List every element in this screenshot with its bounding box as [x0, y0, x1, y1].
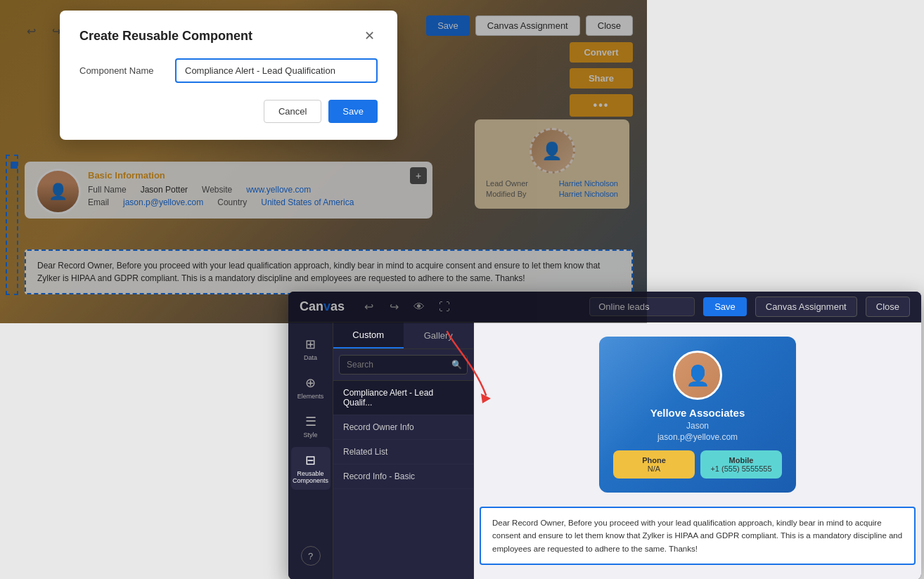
canvas-sidebar: ⊞ Data ⊕ Elements ☰ Style ⊟ Reusable Com… [288, 323, 333, 579]
sidebar-elements-label: Elements [297, 393, 324, 400]
preview-alert-box: Dear Record Owner, Before you proceed wi… [480, 507, 916, 565]
phone-label: Phone [619, 456, 689, 464]
mobile-value: +1 (555) 5555555 [706, 464, 776, 473]
modal-actions: Cancel Save [79, 100, 378, 123]
component-name-field: Component Name [79, 58, 378, 83]
panel-item-record-owner[interactable]: Record Owner Info [333, 415, 473, 440]
modal-cancel-button[interactable]: Cancel [264, 100, 321, 123]
preview-person-name: Jason [613, 421, 782, 431]
tab-custom[interactable]: Custom [333, 323, 404, 349]
panel-item-compliance[interactable]: Compliance Alert - Lead Qualif... [333, 381, 473, 415]
canvas-close-button[interactable]: Close [866, 297, 910, 317]
panel-items-list: Compliance Alert - Lead Qualif... Record… [333, 381, 473, 579]
phone-value: N/A [619, 464, 689, 473]
sidebar-reusable-label: Reusable Components [293, 470, 328, 484]
data-icon: ⊞ [305, 337, 316, 352]
panel-search: 🔍 [333, 349, 473, 381]
mobile-label: Mobile [706, 456, 776, 464]
create-reusable-component-modal: Create Reusable Component ✕ Component Na… [60, 11, 397, 140]
modal-header: Create Reusable Component ✕ [79, 27, 378, 44]
sidebar-style-label: Style [303, 431, 317, 438]
search-icon: 🔍 [451, 360, 462, 370]
modal-overlay: Create Reusable Component ✕ Component Na… [0, 0, 647, 323]
reusable-icon: ⊟ [305, 453, 316, 468]
canvas-body: ⊞ Data ⊕ Elements ☰ Style ⊟ Reusable Com… [288, 323, 921, 579]
modal-close-button[interactable]: ✕ [361, 27, 378, 44]
sidebar-item-reusable[interactable]: ⊟ Reusable Components [291, 447, 331, 490]
canvas-component-panel: Custom Gallery 🔍 Compliance Alert - Lead… [333, 323, 474, 579]
modal-save-button[interactable]: Save [328, 100, 378, 123]
preview-company-name: Yellove Associates [613, 407, 782, 419]
panel-search-input[interactable] [339, 355, 468, 375]
sidebar-item-elements[interactable]: ⊕ Elements [291, 370, 331, 405]
sidebar-item-data[interactable]: ⊞ Data [291, 331, 331, 367]
preview-phone: Phone N/A [613, 450, 695, 479]
canvas-application: Canvas ↩ ↪ 👁 ⛶ Save Canvas Assignment Cl… [288, 292, 921, 579]
tab-gallery[interactable]: Gallery [404, 323, 474, 349]
preview-profile-card: 👤 Yellove Associates Jason jason.p@yello… [599, 337, 796, 493]
preview-mobile: Mobile +1 (555) 5555555 [700, 450, 782, 479]
sidebar-item-style[interactable]: ☰ Style [291, 408, 331, 444]
preview-actions: Phone N/A Mobile +1 (555) 5555555 [613, 450, 782, 479]
sidebar-data-label: Data [304, 354, 317, 361]
panel-item-related-list[interactable]: Related List [333, 440, 473, 464]
preview-avatar: 👤 [673, 351, 722, 400]
preview-email: jason.p@yellove.com [613, 432, 782, 442]
component-name-input[interactable] [175, 58, 378, 83]
canvas-save-button[interactable]: Save [703, 297, 747, 316]
sidebar-help-button[interactable]: ? [301, 546, 321, 566]
canvas-preview: 👤 Yellove Associates Jason jason.p@yello… [474, 323, 921, 579]
elements-icon: ⊕ [305, 375, 316, 391]
style-icon: ☰ [305, 414, 316, 429]
modal-title: Create Reusable Component [79, 29, 252, 44]
panel-item-record-info[interactable]: Record Info - Basic [333, 464, 473, 489]
panel-tabs: Custom Gallery [333, 323, 473, 349]
component-name-label: Component Name [79, 65, 164, 76]
canvas-assignment-button[interactable]: Canvas Assignment [755, 297, 857, 317]
